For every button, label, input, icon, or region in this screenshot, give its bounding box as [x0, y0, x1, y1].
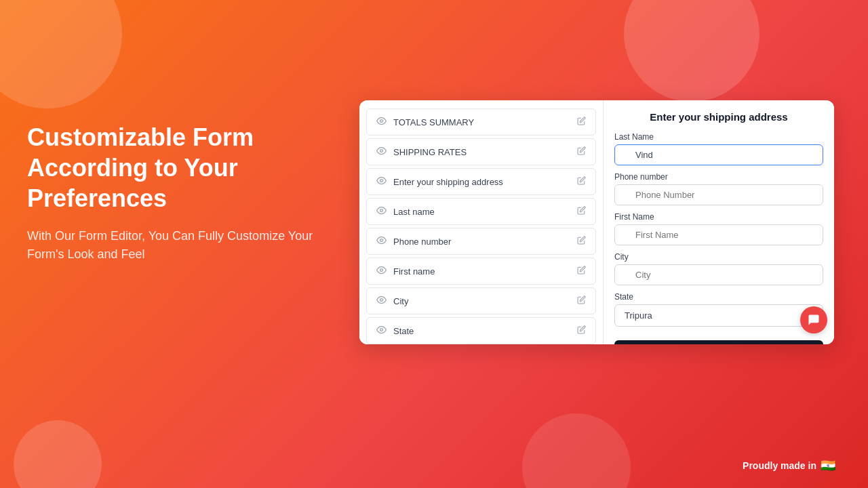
chat-bubble[interactable]	[800, 306, 827, 333]
svg-point-2	[380, 180, 383, 182]
list-item-label: State	[393, 326, 414, 336]
list-item-left: First name	[376, 265, 435, 277]
svg-point-4	[380, 239, 383, 242]
field-group-first-name: First Name	[614, 212, 823, 245]
list-item[interactable]: Phone number	[366, 228, 596, 255]
edit-icon[interactable]	[577, 117, 586, 127]
field-group-last-name: Last Name	[614, 132, 823, 165]
list-item-label: City	[393, 296, 408, 306]
last-name-input[interactable]	[614, 144, 823, 165]
list-item[interactable]: First name	[366, 258, 596, 285]
list-item[interactable]: City	[366, 287, 596, 314]
form-list-panel: TOTALS SUMMARY SHIPPING RATES Enter your…	[359, 100, 604, 344]
field-label-state: State	[614, 292, 823, 302]
field-group-city: City	[614, 252, 823, 285]
field-label-first-name: First Name	[614, 212, 823, 222]
field-input-wrap-first-name	[614, 224, 823, 245]
deco-circle-topright	[624, 0, 760, 102]
eye-icon	[376, 205, 387, 218]
eye-icon	[376, 176, 387, 188]
edit-icon[interactable]	[577, 176, 586, 187]
list-item[interactable]: State	[366, 317, 596, 344]
field-input-wrap-last-name	[614, 144, 823, 165]
left-content: Customizable Form According to Your Pref…	[27, 122, 326, 264]
sub-heading: With Our Form Editor, You Can Fully Cust…	[27, 227, 326, 264]
list-item-left: TOTALS SUMMARY	[376, 116, 474, 128]
eye-icon	[376, 146, 387, 158]
list-item-left: SHIPPING RATES	[376, 146, 467, 158]
phone-input[interactable]	[614, 184, 823, 205]
list-item-left: Last name	[376, 205, 435, 218]
edit-icon[interactable]	[577, 206, 586, 217]
svg-point-5	[380, 269, 383, 272]
eye-icon	[376, 235, 387, 247]
deco-circle-bottomright	[522, 413, 631, 488]
eye-icon	[376, 265, 387, 277]
edit-icon[interactable]	[577, 236, 586, 247]
eye-icon	[376, 295, 387, 307]
list-item[interactable]: Last name	[366, 198, 596, 225]
field-label-phone: Phone number	[614, 172, 823, 182]
card-wrapper: TOTALS SUMMARY SHIPPING RATES Enter your…	[359, 100, 834, 344]
edit-icon[interactable]	[577, 266, 586, 277]
svg-point-7	[380, 329, 383, 331]
india-flag: 🇮🇳	[821, 458, 835, 473]
edit-icon[interactable]	[577, 325, 586, 336]
state-select[interactable]: Tripura Maharashtra Karnataka Delhi Tami…	[614, 304, 823, 327]
svg-point-3	[380, 209, 383, 212]
list-item-left: Enter your shipping address	[376, 176, 503, 188]
list-item-label: TOTALS SUMMARY	[393, 117, 474, 127]
deco-circle-topleft	[0, 0, 122, 108]
field-group-phone: Phone number	[614, 172, 823, 205]
city-input[interactable]	[614, 264, 823, 285]
footer: Proudly made in 🇮🇳	[743, 458, 835, 473]
edit-icon[interactable]	[577, 296, 586, 306]
svg-point-0	[380, 120, 383, 123]
field-input-wrap-city	[614, 264, 823, 285]
eye-icon	[376, 325, 387, 337]
field-label-city: City	[614, 252, 823, 262]
complete-order-button[interactable]: COMPLETE ORDER	[614, 340, 823, 344]
field-group-state: State Tripura Maharashtra Karnataka Delh…	[614, 292, 823, 327]
list-item-left: Phone number	[376, 235, 451, 247]
list-item-left: State	[376, 325, 414, 337]
list-item[interactable]: TOTALS SUMMARY	[366, 108, 596, 136]
list-item-label: Phone number	[393, 237, 451, 247]
deco-circle-bottomleft	[14, 420, 102, 488]
edit-icon[interactable]	[577, 146, 586, 157]
main-heading: Customizable Form According to Your Pref…	[27, 122, 326, 214]
list-item-label: Last name	[393, 207, 435, 217]
form-preview-panel: Enter your shipping address Last Name Ph…	[604, 100, 834, 344]
list-item-label: First name	[393, 266, 435, 277]
list-item-label: SHIPPING RATES	[393, 147, 467, 157]
list-item[interactable]: SHIPPING RATES	[366, 138, 596, 165]
eye-icon	[376, 116, 387, 128]
list-item-label: Enter your shipping address	[393, 177, 503, 187]
svg-point-6	[380, 299, 383, 302]
field-label-last-name: Last Name	[614, 132, 823, 142]
list-item-left: City	[376, 295, 408, 307]
list-item[interactable]: Enter your shipping address	[366, 168, 596, 195]
footer-text: Proudly made in	[743, 460, 816, 471]
first-name-input[interactable]	[614, 224, 823, 245]
svg-point-1	[380, 150, 383, 152]
field-input-wrap-phone	[614, 184, 823, 205]
preview-title: Enter your shipping address	[614, 111, 823, 123]
